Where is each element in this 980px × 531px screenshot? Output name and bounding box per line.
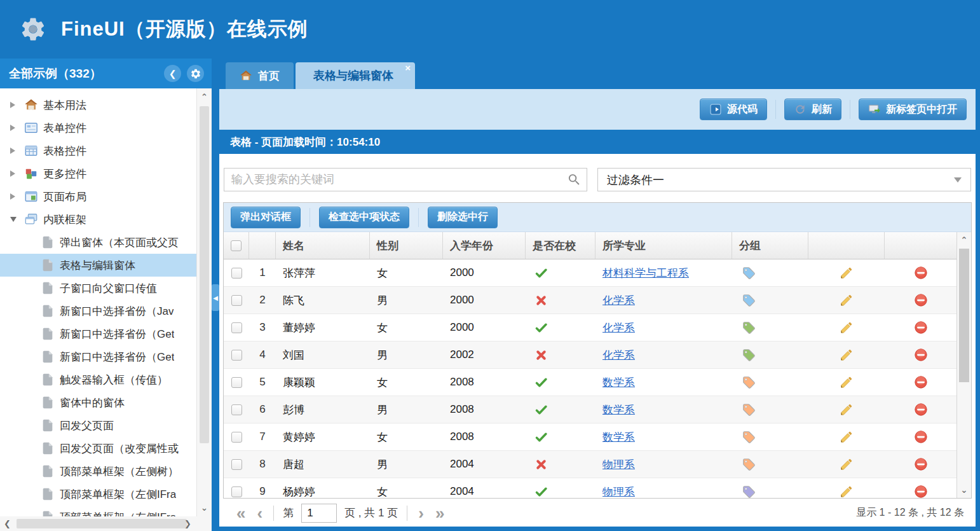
delete-row-icon[interactable] xyxy=(914,375,928,389)
major-link[interactable]: 数学系 xyxy=(602,375,635,390)
major-link[interactable]: 物理系 xyxy=(602,485,635,499)
edit-pencil-icon[interactable] xyxy=(840,293,854,307)
expand-arrow-icon[interactable] xyxy=(10,170,20,177)
delete-row-icon[interactable] xyxy=(914,430,928,444)
tree-item-leaf-10[interactable]: 新窗口中选择省份（Get xyxy=(0,322,196,345)
sidebar-settings-button[interactable] xyxy=(187,65,204,82)
tree-item-leaf-12[interactable]: 触发器输入框（传值） xyxy=(0,368,196,391)
sidebar-splitter[interactable]: ◀ xyxy=(212,59,219,531)
scrollbar-thumb[interactable] xyxy=(200,106,209,443)
tab-0[interactable]: 首页 xyxy=(226,62,294,89)
expand-arrow-icon[interactable] xyxy=(10,125,20,131)
scroll-down-icon[interactable]: ⌄ xyxy=(197,503,212,513)
tree-item-leaf-18[interactable]: 顶部菜单框架（左侧IFra xyxy=(0,506,196,516)
row-checkbox[interactable] xyxy=(231,404,242,415)
expand-arrow-icon[interactable] xyxy=(10,102,20,108)
search-input[interactable] xyxy=(224,168,587,191)
row-checkbox[interactable] xyxy=(231,377,242,388)
splitter-collapse-handle[interactable]: ◀ xyxy=(212,284,219,311)
toolbar-button-2[interactable]: 新标签页中打开 xyxy=(859,99,967,120)
scroll-up-icon[interactable]: ⌃ xyxy=(957,235,971,245)
tree-item-leaf-13[interactable]: 窗体中的窗体 xyxy=(0,391,196,414)
edit-pencil-icon[interactable] xyxy=(840,348,854,362)
scrollbar-thumb[interactable] xyxy=(17,519,187,528)
row-checkbox[interactable] xyxy=(231,350,242,361)
grid-vertical-scrollbar[interactable]: ⌃ ⌄ xyxy=(956,232,971,498)
tree-item-leaf-9[interactable]: 新窗口中选择省份（Jav xyxy=(0,300,196,322)
delete-row-icon[interactable] xyxy=(914,321,928,334)
edit-pencil-icon[interactable] xyxy=(840,321,854,334)
tree-item-leaf-16[interactable]: 顶部菜单框架（左侧树） xyxy=(0,460,196,483)
expand-arrow-icon[interactable] xyxy=(10,193,20,200)
row-checkbox[interactable] xyxy=(231,486,242,497)
collapse-arrow-icon[interactable] xyxy=(10,217,20,222)
scrollbar-thumb[interactable] xyxy=(959,249,969,382)
major-link[interactable]: 数学系 xyxy=(602,430,635,445)
sidebar-horizontal-scrollbar[interactable]: ❮ ❯ xyxy=(0,516,212,531)
scroll-right-icon[interactable]: ❯ xyxy=(184,519,191,528)
sidebar-collapse-button[interactable]: ❮ xyxy=(164,65,181,82)
tree-item-leaf-17[interactable]: 顶部菜单框架（左侧IFra xyxy=(0,483,196,506)
major-link[interactable]: 材料科学与工程系 xyxy=(602,266,689,280)
delete-row-icon[interactable] xyxy=(914,485,928,498)
table-row-5[interactable]: 5康颖颖女2008数学系 xyxy=(224,369,956,396)
row-checkbox[interactable] xyxy=(231,459,242,470)
table-row-2[interactable]: 2陈飞男2000化学系 xyxy=(224,287,956,314)
table-row-9[interactable]: 9杨婷婷女2004物理系 xyxy=(224,478,956,498)
search-icon[interactable] xyxy=(567,172,582,190)
next-page-button[interactable]: › xyxy=(418,507,424,520)
delete-row-icon[interactable] xyxy=(914,293,928,307)
edit-pencil-icon[interactable] xyxy=(840,375,854,389)
major-link[interactable]: 化学系 xyxy=(602,321,635,335)
tree-item-branch-3[interactable]: 更多控件 xyxy=(0,162,196,185)
table-row-4[interactable]: 4刘国男2002化学系 xyxy=(224,341,956,369)
sidebar-vertical-scrollbar[interactable]: ⌃ ⌄ xyxy=(196,88,212,516)
tree-item-branch-5[interactable]: 内联框架 xyxy=(0,208,196,231)
major-link[interactable]: 物理系 xyxy=(602,457,635,472)
tree-item-leaf-8[interactable]: 子窗口向父窗口传值 xyxy=(0,277,196,300)
tree-item-leaf-7[interactable]: 表格与编辑窗体 xyxy=(0,254,196,277)
expand-arrow-icon[interactable] xyxy=(10,148,20,154)
edit-pencil-icon[interactable] xyxy=(840,430,854,444)
edit-pencil-icon[interactable] xyxy=(840,485,854,498)
major-link[interactable]: 化学系 xyxy=(602,348,635,362)
major-link[interactable]: 化学系 xyxy=(602,293,635,308)
table-row-8[interactable]: 8唐超男2004物理系 xyxy=(224,451,956,478)
tree-item-leaf-15[interactable]: 回发父页面（改变属性或 xyxy=(0,437,196,460)
prev-page-button[interactable]: ‹ xyxy=(257,507,262,520)
tree-item-leaf-6[interactable]: 弹出窗体（本页面或父页 xyxy=(0,231,196,254)
scroll-up-icon[interactable]: ⌃ xyxy=(197,92,212,102)
row-checkbox[interactable] xyxy=(231,268,242,279)
tree-item-branch-2[interactable]: 表格控件 xyxy=(0,139,196,162)
scroll-left-icon[interactable]: ❮ xyxy=(4,519,11,528)
table-row-6[interactable]: 6彭博男2008数学系 xyxy=(224,396,956,424)
last-page-button[interactable]: » xyxy=(435,507,444,520)
tab-close-icon[interactable]: × xyxy=(405,64,411,72)
row-checkbox[interactable] xyxy=(231,432,242,443)
delete-row-icon[interactable] xyxy=(914,266,928,280)
toolbar-button-1[interactable]: 刷新 xyxy=(784,99,841,120)
grid-button-1[interactable]: 检查选中项状态 xyxy=(319,207,409,228)
first-page-button[interactable]: « xyxy=(236,507,245,520)
tree-item-branch-0[interactable]: 基本用法 xyxy=(0,93,196,116)
major-link[interactable]: 数学系 xyxy=(602,403,635,417)
tree-item-leaf-11[interactable]: 新窗口中选择省份（Get xyxy=(0,345,196,368)
grid-button-0[interactable]: 弹出对话框 xyxy=(231,207,301,228)
tree-item-branch-4[interactable]: 页面布局 xyxy=(0,185,196,208)
toolbar-button-0[interactable]: 源代码 xyxy=(700,99,767,120)
table-row-7[interactable]: 7黄婷婷女2008数学系 xyxy=(224,424,956,451)
edit-pencil-icon[interactable] xyxy=(840,457,854,471)
delete-row-icon[interactable] xyxy=(914,457,928,471)
delete-row-icon[interactable] xyxy=(914,348,928,362)
filter-dropdown[interactable]: 过滤条件一 xyxy=(597,168,971,191)
delete-row-icon[interactable] xyxy=(914,403,928,417)
edit-pencil-icon[interactable] xyxy=(840,403,854,417)
scroll-down-icon[interactable]: ⌄ xyxy=(957,485,971,495)
row-checkbox[interactable] xyxy=(231,295,242,306)
page-number-input[interactable] xyxy=(301,504,337,523)
select-all-checkbox[interactable] xyxy=(231,240,242,251)
table-row-3[interactable]: 3董婷婷女2000化学系 xyxy=(224,314,956,341)
tree-item-branch-1[interactable]: 表单控件 xyxy=(0,116,196,139)
row-checkbox[interactable] xyxy=(231,322,242,333)
tab-1-active[interactable]: 表格与编辑窗体× xyxy=(296,62,415,89)
